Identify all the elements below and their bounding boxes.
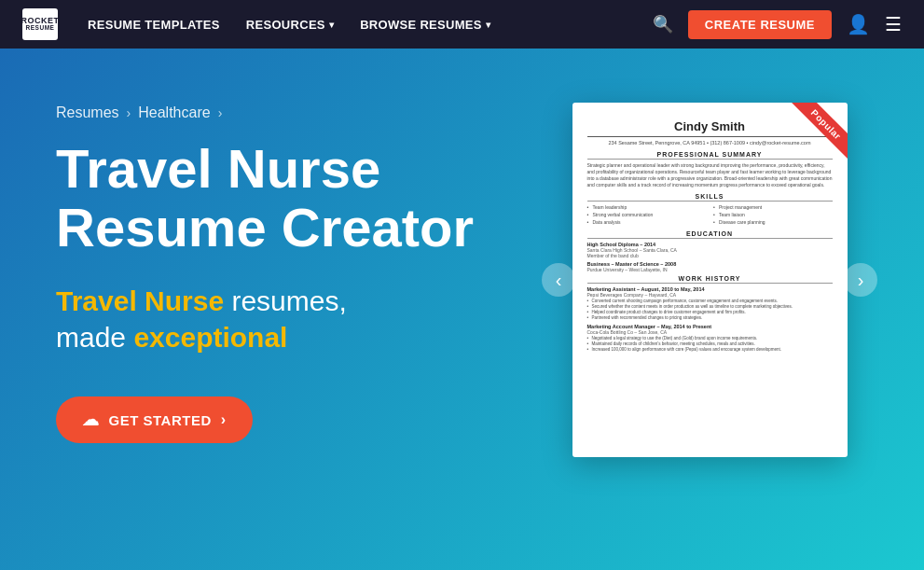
right-arrow-icon: › [858, 270, 864, 291]
breadcrumb-sep-2: › [218, 105, 223, 120]
carousel-prev-button[interactable]: ‹ [542, 263, 575, 297]
skill-item: Strong verbal communication [587, 212, 707, 217]
arrow-right-icon: › [221, 411, 227, 428]
skill-item: Team leadership [587, 204, 707, 210]
hero-subtitle: Travel Nurse resumes, made exceptional [56, 283, 503, 355]
chevron-down-icon: ▾ [329, 20, 334, 30]
cloud-upload-icon: ☁ [82, 410, 100, 430]
education-section-title: EDUCATION [587, 230, 833, 239]
left-arrow-icon: ‹ [556, 270, 562, 291]
work-bullet: Increased 100,000 to align performance w… [587, 347, 833, 352]
breadcrumb-healthcare[interactable]: Healthcare [138, 104, 210, 121]
carousel-next-button[interactable]: › [844, 263, 877, 297]
breadcrumb-sep-1: › [127, 105, 131, 120]
get-started-button[interactable]: ☁ GET STARTED › [56, 396, 253, 443]
work-bullet: Converted current shooting campaign perf… [587, 299, 833, 303]
skills-col-left: Team leadership Strong verbal communicat… [587, 204, 707, 227]
hero-section: Resumes › Healthcare › Travel Nurse Resu… [0, 49, 924, 570]
chevron-down-icon: ▾ [486, 20, 490, 30]
work-bullet: Partnered with recommended changes to pr… [587, 315, 833, 320]
highlight-travel-nurse: Travel Nurse [56, 285, 224, 316]
skill-item: Project management [713, 204, 833, 210]
breadcrumb: Resumes › Healthcare › [56, 104, 551, 121]
work-item: Marketing Assistant – August, 2010 to Ma… [587, 286, 833, 320]
hamburger-menu-icon[interactable]: ☰ [885, 13, 902, 35]
work-section-title: WORK HISTORY [587, 275, 833, 284]
education-item: Business – Master of Science – 2008 Purd… [587, 261, 833, 272]
breadcrumb-resumes[interactable]: Resumes [56, 104, 119, 121]
work-company: Coca-Cola Bottling Co – San Jose, CA [587, 329, 833, 335]
hero-content: Resumes › Healthcare › Travel Nurse Resu… [56, 93, 551, 443]
logo-resume: RESUME [26, 25, 55, 32]
subtitle-line2-rest: made [56, 322, 133, 353]
skills-section-title: SKILLS [587, 193, 833, 202]
skill-item: Disease care planning [713, 219, 833, 225]
highlight-exceptional: exceptional [133, 322, 287, 353]
navbar: ROCKET RESUME RESUME TEMPLATES RESOURCES… [0, 0, 924, 49]
nav-right: 🔍 CREATE RESUME 👤 ☰ [653, 10, 902, 39]
page-title: Travel Nurse Resume Creator [56, 140, 541, 257]
skill-item: Data analysis [587, 219, 707, 225]
work-company: Pepsi Beverages Company – Hayward, CA [587, 292, 833, 298]
resume-preview-area: ‹ Popular Cindy Smith 234 Sesame Street,… [551, 103, 868, 457]
resume-card: Popular Cindy Smith 234 Sesame Street, P… [572, 103, 848, 457]
skill-item: Team liaison [713, 212, 833, 217]
logo-icon: ROCKET RESUME [22, 8, 58, 40]
skills-columns: Team leadership Strong verbal communicat… [587, 204, 833, 227]
work-bullet: Maintained daily records of children's b… [587, 341, 833, 346]
work-bullet: Negotiated a legal strategy to use the (… [587, 336, 833, 341]
popular-badge: Popular [764, 103, 848, 187]
user-icon[interactable]: 👤 [847, 13, 870, 35]
nav-resources[interactable]: RESOURCES ▾ [246, 18, 334, 32]
nav-resume-templates[interactable]: RESUME TEMPLATES [88, 18, 220, 32]
nav-links: RESUME TEMPLATES RESOURCES ▾ BROWSE RESU… [88, 18, 623, 32]
create-resume-button[interactable]: CREATE RESUME [688, 10, 832, 39]
popular-badge-label: Popular [790, 103, 848, 160]
logo[interactable]: ROCKET RESUME [22, 8, 58, 40]
get-started-label: GET STARTED [109, 412, 212, 428]
edu-school: Purdue University – West Lafayette, IN [587, 267, 833, 272]
education-item: High School Diploma – 2014 Santa Clara H… [587, 242, 833, 258]
edu-note: Member of the band club [587, 253, 833, 258]
search-icon[interactable]: 🔍 [653, 14, 673, 35]
work-bullet: Secured whether the content meets in ord… [587, 304, 833, 309]
subtitle-rest: resumes, [224, 285, 347, 316]
skills-col-right: Project management Team liaison Disease … [713, 204, 833, 227]
work-item: Marketing Account Manager – May, 2014 to… [587, 324, 833, 352]
nav-browse-resumes[interactable]: BROWSE RESUMES ▾ [360, 18, 490, 32]
work-bullet: Helped coordinate product changes to dri… [587, 310, 833, 314]
